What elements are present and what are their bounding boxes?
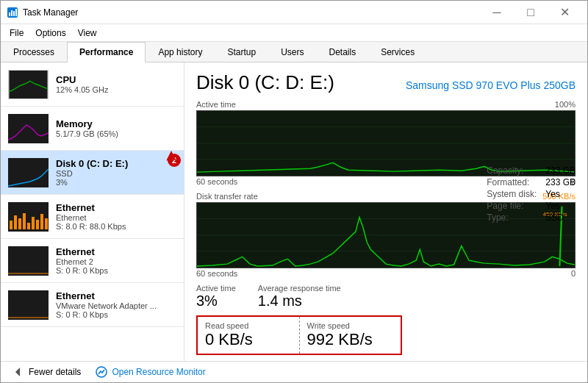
chart2-bottom-right: 0 bbox=[571, 269, 576, 278]
chart1-label-row: Active time 100% bbox=[196, 100, 576, 109]
memory-thumbnail bbox=[8, 114, 49, 143]
ethernet2-sub2: S: 0 R: 0 Kbps bbox=[56, 266, 176, 275]
title-bar-left: Task Manager bbox=[7, 7, 78, 18]
memory-info: Memory 5.1/7.9 GB (65%) bbox=[56, 118, 176, 138]
active-time-label: Active time bbox=[196, 284, 236, 293]
write-speed-label: Write speed bbox=[307, 321, 394, 330]
svg-rect-19 bbox=[8, 246, 49, 276]
disk-main-title: Disk 0 (C: D: E:) bbox=[196, 71, 334, 94]
tab-details[interactable]: Details bbox=[316, 42, 368, 62]
cpu-title: CPU bbox=[56, 74, 176, 85]
title-controls: ─ □ ✕ bbox=[480, 1, 581, 24]
task-manager-window: Task Manager ─ □ ✕ File Options View Pro… bbox=[0, 0, 588, 383]
speed-box: Read speed 0 KB/s Write speed 992 KB/s bbox=[196, 315, 402, 355]
system-disk-val: Yes bbox=[545, 189, 576, 199]
memory-title: Memory bbox=[56, 118, 176, 129]
sidebar-item-disk0[interactable]: Disk 0 (C: D: E:) SSD 3% 2 bbox=[1, 151, 184, 195]
minimize-button[interactable]: ─ bbox=[480, 1, 514, 24]
page-file-key: Page file: bbox=[487, 201, 537, 211]
tab-performance[interactable]: Performance bbox=[67, 42, 146, 62]
tab-users[interactable]: Users bbox=[268, 42, 316, 62]
svg-rect-5 bbox=[9, 71, 47, 99]
stats-row: Active time 3% Average response time 1.4… bbox=[196, 284, 576, 309]
active-time-value: 3% bbox=[196, 293, 236, 309]
sidebar-item-ethernet2[interactable]: Ethernet Ethernet 2 S: 0 R: 0 Kbps bbox=[1, 239, 184, 283]
formatted-val: 233 GB bbox=[545, 177, 576, 187]
ethernet3-title: Ethernet bbox=[56, 290, 176, 301]
close-button[interactable]: ✕ bbox=[548, 1, 581, 24]
svg-rect-13 bbox=[23, 213, 26, 229]
ethernet2-title: Ethernet bbox=[56, 246, 176, 257]
read-speed-value: 0 KB/s bbox=[205, 330, 292, 349]
main-header: Disk 0 (C: D: E:) Samsung SSD 970 EVO Pl… bbox=[196, 71, 576, 94]
fewer-details-button[interactable]: Fewer details bbox=[12, 366, 81, 378]
window-title: Task Manager bbox=[23, 7, 78, 18]
sidebar-item-ethernet3[interactable]: Ethernet VMware Network Adapter ... S: 0… bbox=[1, 283, 184, 327]
system-disk-key: System disk: bbox=[487, 189, 537, 199]
ethernet3-sub1: VMware Network Adapter ... bbox=[56, 301, 176, 310]
active-time-stat: Active time 3% bbox=[196, 284, 236, 309]
svg-rect-2 bbox=[11, 10, 12, 16]
tab-startup[interactable]: Startup bbox=[215, 42, 268, 62]
chart2-bottom-row: 60 seconds 0 bbox=[196, 269, 576, 278]
ethernet1-thumbnail bbox=[8, 202, 49, 232]
ethernet1-sub1: Ethernet bbox=[56, 213, 176, 222]
tab-app-history[interactable]: App history bbox=[146, 42, 215, 62]
ethernet1-sub2: S: 8.0 R: 88.0 Kbps bbox=[56, 222, 176, 231]
resource-monitor-icon bbox=[96, 366, 107, 378]
svg-rect-14 bbox=[27, 223, 30, 229]
svg-rect-1 bbox=[9, 12, 10, 16]
cpu-thumbnail bbox=[8, 70, 49, 99]
menu-bar: File Options View bbox=[1, 24, 587, 42]
svg-rect-16 bbox=[36, 220, 39, 229]
disk-thumbnail bbox=[8, 158, 49, 187]
open-resource-monitor-button[interactable]: Open Resource Monitor bbox=[96, 366, 205, 378]
svg-rect-4 bbox=[15, 9, 17, 16]
sidebar-item-ethernet1[interactable]: Ethernet Ethernet S: 8.0 R: 88.0 Kbps bbox=[1, 195, 184, 239]
content-area: CPU 12% 4.05 GHz Memory 5.1/7.9 GB (65%) bbox=[1, 62, 587, 361]
svg-rect-12 bbox=[18, 218, 21, 229]
app-icon bbox=[7, 7, 18, 18]
chart1-bottom-left: 60 seconds bbox=[196, 177, 237, 186]
main-panel: Disk 0 (C: D: E:) Samsung SSD 970 EVO Pl… bbox=[184, 62, 587, 361]
ethernet2-sub1: Ethernet 2 bbox=[56, 257, 176, 266]
avg-response-label: Average response time bbox=[258, 284, 341, 293]
sidebar-item-memory[interactable]: Memory 5.1/7.9 GB (65%) bbox=[1, 107, 184, 151]
disk-main-subtitle: Samsung SSD 970 EVO Plus 250GB bbox=[406, 79, 576, 91]
annotation-arrow-2 bbox=[163, 149, 179, 165]
maximize-button[interactable]: □ bbox=[514, 1, 548, 24]
ethernet3-sub2: S: 0 R: 0 Kbps bbox=[56, 310, 176, 319]
chart2-label: Disk transfer rate bbox=[196, 192, 258, 201]
formatted-key: Formatted: bbox=[487, 177, 537, 187]
tab-processes[interactable]: Processes bbox=[1, 42, 67, 62]
ethernet3-thumbnail bbox=[8, 290, 49, 320]
fewer-details-label: Fewer details bbox=[29, 367, 81, 377]
ethernet1-info: Ethernet Ethernet S: 8.0 R: 88.0 Kbps bbox=[56, 202, 176, 231]
memory-sub: 5.1/7.9 GB (65%) bbox=[56, 129, 176, 138]
tab-bar: Processes Performance App history Startu… bbox=[1, 42, 587, 62]
menu-view[interactable]: View bbox=[72, 26, 103, 40]
disk-title: Disk 0 (C: D: E:) bbox=[56, 158, 176, 169]
cpu-info: CPU 12% 4.05 GHz bbox=[56, 74, 176, 94]
menu-file[interactable]: File bbox=[4, 26, 29, 40]
sidebar: CPU 12% 4.05 GHz Memory 5.1/7.9 GB (65%) bbox=[1, 62, 184, 361]
cpu-sub: 12% 4.05 GHz bbox=[56, 85, 176, 94]
chevron-left-icon bbox=[12, 366, 24, 378]
capacity-key: Capacity: bbox=[487, 165, 537, 176]
open-resource-monitor-label: Open Resource Monitor bbox=[112, 367, 205, 377]
tab-services[interactable]: Services bbox=[368, 42, 427, 62]
svg-rect-18 bbox=[45, 218, 48, 229]
svg-marker-8 bbox=[166, 151, 176, 161]
chart1-label: Active time bbox=[196, 100, 236, 109]
svg-rect-11 bbox=[14, 215, 17, 229]
capacity-val: 233 GB bbox=[545, 165, 576, 176]
svg-rect-6 bbox=[8, 114, 49, 143]
bottom-bar: Fewer details Open Resource Monitor bbox=[1, 361, 587, 382]
read-speed-item: Read speed 0 KB/s bbox=[198, 317, 300, 354]
avg-response-value: 1.4 ms bbox=[258, 293, 341, 309]
ethernet2-thumbnail bbox=[8, 246, 49, 276]
menu-options[interactable]: Options bbox=[29, 26, 71, 40]
svg-rect-3 bbox=[13, 11, 15, 16]
sidebar-item-cpu[interactable]: CPU 12% 4.05 GHz bbox=[1, 62, 184, 107]
title-bar: Task Manager ─ □ ✕ bbox=[1, 1, 587, 24]
